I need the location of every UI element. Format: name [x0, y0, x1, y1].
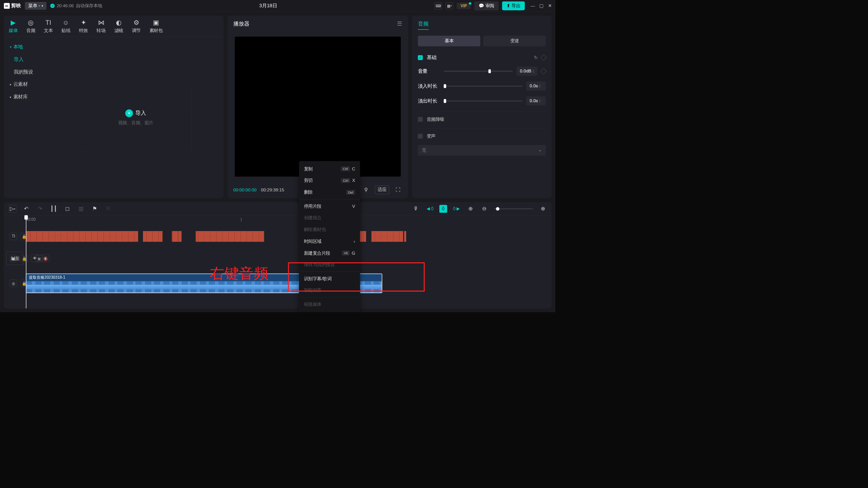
empty-clip-icon[interactable]: ▣ [35, 255, 42, 262]
ctx-compound[interactable]: 新建复合片段AltG [299, 247, 360, 259]
marker-off-tool[interactable]: ⚐ [104, 205, 112, 212]
sticker-icon: ☺ [62, 19, 70, 26]
review-button[interactable]: 💬审阅 [474, 2, 499, 10]
player-title: 播放器 [233, 20, 249, 27]
ctx-copy[interactable]: 复制CtrlC [299, 163, 360, 175]
ctx-time-region[interactable]: 时间区域› [299, 236, 360, 247]
ctx-disable[interactable]: 停用片段V [299, 200, 360, 212]
cover-button[interactable]: 封面 [6, 252, 24, 265]
magnet-icon[interactable]: ◊ [439, 205, 447, 212]
zoom-icon[interactable]: ⚲ [362, 185, 370, 194]
sidebar-presets[interactable]: 我的预设 [4, 66, 48, 78]
voice-checkbox[interactable] [418, 134, 423, 139]
timeline-panel: ▷ ▾ ↶ ↷ ┃┃ ◻ ▥ ⚑ ⚐ 🎙 ◄◊ ◊ ◊► ⊕ ⊖ ⊕ 00:00… [4, 202, 551, 308]
tab-transition[interactable]: ⋈转场 [96, 19, 105, 34]
sidebar-library[interactable]: ▸素材库 [4, 90, 48, 103]
magnet-left-icon[interactable]: ◄◊ [426, 205, 433, 212]
chevron-down-icon: ⌄ [538, 148, 542, 153]
tab-text[interactable]: TI文本 [44, 19, 53, 34]
project-title: 3月18日 [106, 2, 430, 9]
tab-basic[interactable]: 基本 [418, 35, 481, 46]
timeline-ruler[interactable]: 00:00 | 10:00 | 30:00 [4, 216, 555, 223]
mute-icon[interactable]: 🔇 [42, 255, 49, 262]
autosave-status: ✓ 20:46:06 自动保存本地 [50, 3, 102, 8]
close-button[interactable]: ✕ [548, 3, 552, 8]
freeze-tool[interactable]: ▥ [77, 205, 85, 212]
tab-speed[interactable]: 变速 [483, 35, 546, 46]
fadeout-value[interactable]: 0.0s▴▾ [526, 96, 546, 106]
fullscreen-icon[interactable]: ⛶ [394, 185, 402, 194]
filter-icon: ◐ [115, 19, 122, 26]
basic-checkbox[interactable]: ✓ [418, 55, 423, 60]
video-track: ▣ 🔒 👁 🔇 封面 ▣ [4, 249, 555, 267]
text-icon: TI [44, 19, 52, 26]
sidebar-local[interactable]: ▾本地 [4, 41, 48, 53]
audio-track: ◎ 🔒 🔇 提取音频20230318-1 [4, 272, 555, 294]
keyframe-icon[interactable] [540, 55, 547, 61]
annotation-box [288, 262, 424, 292]
align-icon[interactable]: ⊕ [467, 205, 474, 212]
marker-tool[interactable]: ⚑ [91, 205, 98, 212]
tab-media[interactable]: ▶媒体 [9, 19, 18, 34]
check-icon: ✓ [50, 3, 55, 8]
adjust-icon: ⚙ [132, 19, 140, 26]
undo-button[interactable]: ↶ [23, 205, 30, 212]
text-track: TI 🔒 👁 [4, 227, 555, 245]
ratio-button[interactable]: 适应 [375, 185, 389, 194]
mic-icon[interactable]: 🎙 [412, 205, 420, 212]
audio-track-icon: ◎ [10, 279, 17, 287]
fadein-value[interactable]: 0.0s▴▾ [526, 82, 546, 91]
inspector-title: 音频 [418, 20, 429, 30]
effect-icon: ✦ [80, 19, 87, 26]
zoom-out-icon[interactable]: ⊖ [481, 205, 488, 212]
ctx-cut[interactable]: 剪切CtrlX [299, 175, 360, 186]
export-icon: ⬆ [506, 3, 510, 8]
volume-slider[interactable] [444, 71, 513, 72]
plus-icon: + [125, 109, 133, 117]
export-button[interactable]: ⬆导出 [502, 2, 525, 10]
topbar: ✂ 剪映 菜单•▾ ✓ 20:46:06 自动保存本地 3月18日 ⌨ ▦ ▾ … [0, 0, 556, 12]
keyframe-icon[interactable] [540, 68, 547, 74]
transition-icon: ⋈ [97, 19, 105, 26]
ctx-delete[interactable]: 删除Del [299, 186, 360, 198]
volume-value[interactable]: 0.0dB▴▾ [516, 67, 537, 76]
text-track-icon: TI [10, 233, 17, 240]
pack-icon: ▣ [152, 19, 160, 26]
cursor-tool[interactable]: ▷ ▾ [9, 205, 16, 212]
media-sidebar: ▾本地 导入 我的预设 ▸云素材 ▸素材库 [4, 37, 48, 198]
fadeout-slider[interactable] [444, 100, 522, 101]
denoise-checkbox[interactable] [418, 117, 423, 122]
redo-button[interactable]: ↷ [36, 205, 44, 212]
voice-select[interactable]: 无⌄ [418, 145, 546, 156]
tab-audio[interactable]: ◎音频 [26, 19, 35, 34]
keyboard-icon[interactable]: ⌨ [434, 2, 442, 9]
crop-tool[interactable]: ◻ [63, 205, 71, 212]
chevron-right-icon: › [354, 239, 355, 244]
chat-icon: 💬 [479, 3, 484, 8]
tab-adjust[interactable]: ⚙调节 [132, 19, 141, 34]
menu-button[interactable]: 菜单•▾ [25, 2, 47, 10]
tab-pack[interactable]: ▣素材包 [149, 19, 163, 34]
player-menu-icon[interactable]: ☰ [397, 20, 402, 27]
layout-icon[interactable]: ▦ ▾ [445, 2, 453, 9]
ctx-group: 创建组合 [299, 212, 360, 224]
tab-filter[interactable]: ◐滤镜 [114, 19, 123, 34]
zoom-slider[interactable] [494, 208, 533, 209]
timeline-toolbar: ▷ ▾ ↶ ↷ ┃┃ ◻ ▥ ⚑ ⚐ 🎙 ◄◊ ◊ ◊► ⊕ ⊖ ⊕ [4, 202, 551, 216]
minimize-button[interactable]: — [530, 3, 535, 8]
playhead[interactable] [26, 216, 26, 308]
zoom-in-icon[interactable]: ⊕ [539, 205, 547, 212]
tab-effect[interactable]: ✦特效 [79, 19, 88, 34]
split-tool[interactable]: ┃┃ [50, 205, 58, 212]
sidebar-import[interactable]: 导入 [4, 53, 48, 66]
magnet-right-icon[interactable]: ◊► [453, 205, 461, 212]
fadein-slider[interactable] [444, 85, 522, 87]
import-dropzone[interactable]: + 导入 视频、音频、图片 [80, 83, 192, 152]
sidebar-cloud[interactable]: ▸云素材 [4, 78, 48, 91]
logo-icon: ✂ [4, 3, 10, 8]
maximize-button[interactable]: ▢ [539, 3, 543, 8]
vip-button[interactable]: VIP [457, 3, 471, 9]
reset-icon[interactable]: ↻ [534, 55, 538, 60]
annotation-text: 右键音频 [210, 263, 268, 283]
tab-sticker[interactable]: ☺贴纸 [61, 19, 70, 34]
